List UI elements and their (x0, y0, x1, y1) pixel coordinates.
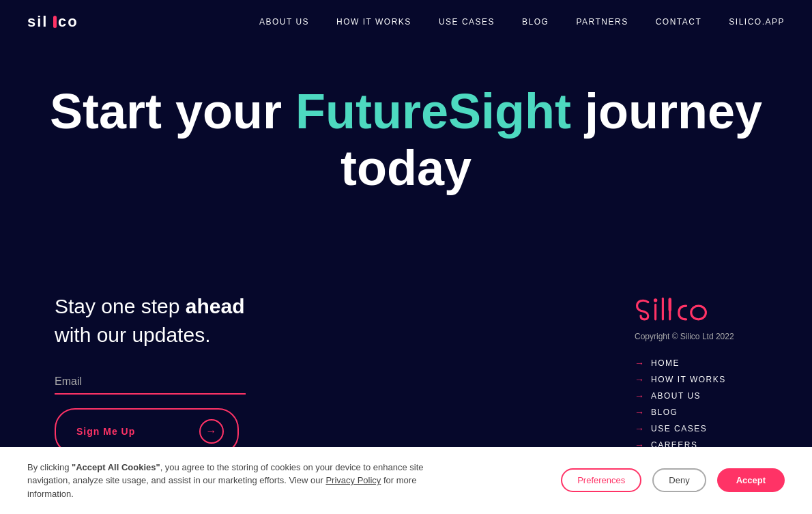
nav-use-cases[interactable]: USE CASES (439, 17, 495, 27)
footer-link-how-it-works[interactable]: → HOW IT WORKS (635, 374, 748, 385)
copyright-text: Copyright © Silico Ltd 2022 (635, 332, 734, 341)
svg-text:sil: sil (27, 13, 48, 30)
svg-point-3 (654, 298, 657, 302)
accept-button[interactable]: Accept (717, 468, 785, 492)
svg-text:co: co (58, 13, 78, 30)
email-input-wrapper (55, 370, 246, 395)
cookie-text: By clicking "Accept All Cookies", you ag… (27, 461, 437, 501)
footer-link-home-label[interactable]: HOME (651, 358, 680, 368)
svg-rect-1 (53, 16, 57, 28)
footer-logo (635, 292, 757, 326)
signup-button-label: Sign Me Up (76, 426, 135, 437)
footer-link-blog[interactable]: → BLOG (635, 407, 748, 418)
nav-contact[interactable]: CONTACT (656, 17, 702, 27)
nav-blog[interactable]: BLOG (522, 17, 549, 27)
arrow-icon: → (635, 374, 644, 385)
cookie-buttons: Preferences Deny Accept (561, 468, 785, 492)
deny-button[interactable]: Deny (652, 468, 706, 492)
preferences-button[interactable]: Preferences (561, 468, 641, 492)
footer-link-about-us-label[interactable]: ABOUT US (651, 391, 701, 401)
arrow-icon: → (199, 419, 224, 444)
logo[interactable]: sil co (27, 10, 96, 32)
nav-about-us[interactable]: ABOUT US (259, 17, 309, 27)
arrow-icon: → (635, 423, 644, 434)
footer-link-blog-label[interactable]: BLOG (651, 408, 678, 417)
footer-link-home[interactable]: → HOME (635, 358, 748, 369)
footer-link-about-us[interactable]: → ABOUT US (635, 390, 748, 401)
cookie-banner: By clicking "Accept All Cookies", you ag… (0, 447, 812, 515)
nav-partners[interactable]: PARTNERS (576, 17, 628, 27)
arrow-icon: → (635, 358, 644, 369)
footer-link-use-cases-label[interactable]: USE CASES (651, 424, 707, 433)
hero-title-highlight: FutureSight (295, 84, 571, 139)
footer-link-use-cases[interactable]: → USE CASES (635, 423, 748, 434)
hero-title: Start your FutureSight journey today (27, 83, 785, 197)
privacy-policy-link[interactable]: Privacy Policy (325, 475, 381, 485)
navbar: sil co ABOUT US HOW IT WORKS USE CASES B… (0, 0, 812, 42)
newsletter-title: Stay one step aheadwith our updates. (55, 292, 246, 349)
footer-link-how-it-works-label[interactable]: HOW IT WORKS (651, 375, 726, 384)
nav-how-it-works[interactable]: HOW IT WORKS (336, 17, 411, 27)
cookie-bold-text: "Accept All Cookies" (72, 462, 160, 472)
hero-section: Start your FutureSight journey today (0, 42, 812, 224)
arrow-icon: → (635, 407, 644, 418)
nav-silico-app[interactable]: SILICO.APP (729, 17, 785, 27)
arrow-icon: → (635, 390, 644, 401)
nav-links: ABOUT US HOW IT WORKS USE CASES BLOG PAR… (259, 15, 785, 27)
svg-point-8 (691, 306, 706, 319)
hero-title-start: Start your (50, 84, 295, 139)
email-input[interactable] (55, 370, 246, 395)
